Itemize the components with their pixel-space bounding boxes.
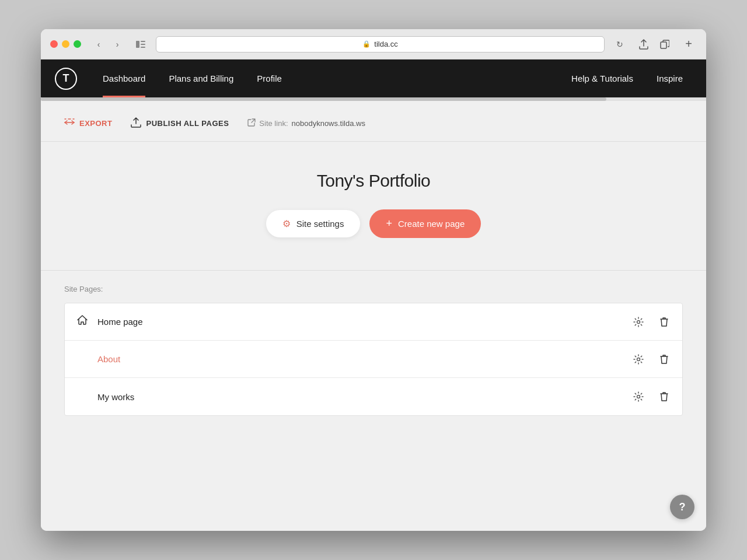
site-link[interactable]: Site link: nobodyknows.tilda.ws [247,118,365,128]
create-new-page-button[interactable]: + Create new page [369,209,481,238]
address-bar[interactable]: 🔒 tilda.cc [156,36,605,52]
home-icon [76,314,88,329]
page-item-home: Home page [65,303,682,341]
nav-links: Dashboard Plans and Billing Profile [91,60,294,97]
svg-rect-0 [136,41,139,48]
toolbar-actions [635,36,673,52]
publish-button[interactable]: PUBLISH ALL PAGES [131,117,229,130]
nav-right: Help & Tutorials Inspire [562,60,692,97]
back-button[interactable]: ‹ [90,38,107,51]
close-button[interactable] [50,40,58,48]
gear-icon: ⚙ [282,218,291,229]
settings-btn-label: Site settings [296,219,344,229]
svg-point-7 [637,396,640,398]
main-content: EXPORT PUBLISH ALL PAGES [41,101,706,531]
sidebar-toggle-button[interactable] [132,38,149,51]
svg-point-5 [637,320,640,323]
maximize-button[interactable] [74,40,81,48]
create-btn-label: Create new page [398,219,465,229]
page-name-works[interactable]: My works [97,392,631,402]
hero-buttons: ⚙ Site settings + Create new page [266,209,481,238]
page-delete-button-about[interactable] [658,352,671,367]
export-label: EXPORT [79,119,112,128]
nav-link-inspire[interactable]: Inspire [647,60,692,97]
browser-content: T Dashboard Plans and Billing Profile He… [41,60,706,531]
page-name-home[interactable]: Home page [97,317,631,327]
minimize-button[interactable] [62,40,69,48]
svg-rect-2 [141,44,145,45]
bottom-spacer: ? [41,496,706,531]
browser-window: ‹ › 🔒 tilda.cc ↻ [41,29,706,531]
hero-area: Tony's Portfolio ⚙ Site settings + Creat… [41,142,706,271]
nav-buttons: ‹ › [90,38,125,51]
logo[interactable]: T [55,68,77,90]
external-link-icon [247,118,256,128]
nav-link-help[interactable]: Help & Tutorials [562,60,643,97]
forward-button[interactable]: › [109,38,125,51]
new-tab-button[interactable]: + [680,36,697,52]
publish-label: PUBLISH ALL PAGES [146,119,229,128]
help-bubble[interactable]: ? [670,495,694,519]
svg-rect-1 [141,41,145,42]
page-actions-home [631,314,671,330]
site-settings-button[interactable]: ⚙ Site settings [266,210,361,237]
publish-icon [131,117,141,130]
pages-section: Site Pages: Home page [41,271,706,496]
site-link-url: nobodyknows.tilda.ws [292,119,365,128]
plus-icon: + [386,218,392,230]
site-title: Tony's Portfolio [317,171,431,191]
site-header: EXPORT PUBLISH ALL PAGES [41,101,706,142]
svg-rect-4 [661,42,666,48]
page-item-works: My works [65,378,682,415]
export-button[interactable]: EXPORT [64,118,112,129]
reload-button[interactable]: ↻ [612,36,628,52]
export-icon [64,118,75,129]
nav-link-profile[interactable]: Profile [245,60,294,97]
nav-link-dashboard[interactable]: Dashboard [91,60,157,97]
lock-icon: 🔒 [362,40,371,48]
page-actions-about [631,352,671,367]
duplicate-button[interactable] [656,36,673,52]
url-text: tilda.cc [374,40,397,48]
page-name-about[interactable]: About [97,354,631,364]
svg-point-6 [637,358,640,360]
pages-list: Home page [64,303,683,416]
top-navigation: T Dashboard Plans and Billing Profile He… [41,60,706,97]
page-actions-works [631,389,671,404]
page-delete-button-home[interactable] [658,314,671,330]
traffic-lights [50,40,81,48]
page-delete-button-works[interactable] [658,389,671,404]
pages-label: Site Pages: [64,285,683,293]
page-settings-button-about[interactable] [631,352,646,367]
page-settings-button-works[interactable] [631,389,646,404]
page-item-about: About [65,341,682,378]
nav-link-plans[interactable]: Plans and Billing [157,60,245,97]
svg-rect-3 [141,47,145,48]
site-link-prefix: Site link: [259,119,288,128]
browser-titlebar: ‹ › 🔒 tilda.cc ↻ [41,29,706,60]
page-settings-button-home[interactable] [631,314,646,330]
share-button[interactable] [635,36,652,52]
